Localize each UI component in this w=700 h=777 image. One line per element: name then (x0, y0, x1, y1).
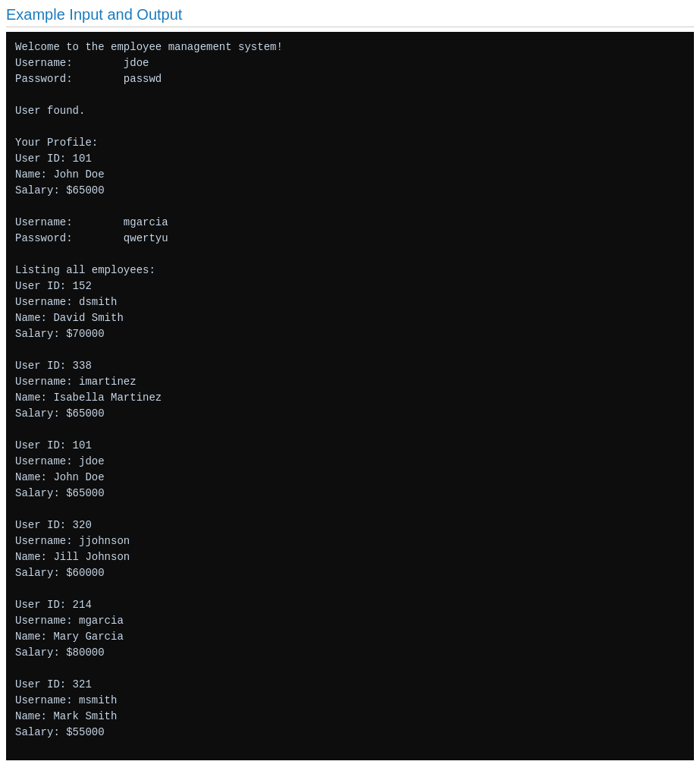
terminal-line: User ID: 214 (15, 597, 685, 613)
terminal-empty-line (15, 502, 685, 517)
terminal-empty-line (15, 422, 685, 438)
terminal-line: User ID: 101 (15, 151, 685, 167)
terminal-line: Name: John Doe (15, 470, 685, 486)
terminal-line: Salary: $55000 (15, 725, 685, 741)
terminal-line: Name: Mary Garcia (15, 629, 685, 645)
terminal-line: Salary: $70000 (15, 326, 685, 342)
terminal-line: Password: passwd (15, 71, 685, 87)
terminal-line: Salary: $65000 (15, 406, 685, 422)
terminal-line: Name: David Smith (15, 310, 685, 326)
terminal-line: Username: dsmith (15, 294, 685, 310)
terminal-line: Listing all employees: (15, 263, 685, 278)
terminal-empty-line (15, 661, 685, 677)
terminal-line: User found. (15, 103, 685, 119)
terminal-line: Name: Jill Johnson (15, 549, 685, 565)
terminal-empty-line (15, 581, 685, 597)
terminal-line: Username: imartinez (15, 374, 685, 390)
terminal-line: Username: jdoe (15, 454, 685, 470)
terminal-line: Salary: $80000 (15, 645, 685, 661)
terminal-line: User ID: 320 (15, 517, 685, 533)
terminal-line: Salary: $65000 (15, 486, 685, 502)
page-container: Example Input and Output Welcome to the … (0, 0, 700, 777)
terminal-empty-line (15, 87, 685, 103)
terminal-line: Name: Mark Smith (15, 709, 685, 725)
terminal-line: Username: mgarcia (15, 215, 685, 231)
terminal-line: Username: jdoe (15, 55, 685, 71)
terminal-empty-line (15, 119, 685, 135)
terminal-line: Username: jjohnson (15, 533, 685, 549)
terminal-line: Your Profile: (15, 135, 685, 151)
terminal-line: Name: John Doe (15, 167, 685, 183)
terminal-line: User ID: 101 (15, 438, 685, 454)
terminal-line: Name: Isabella Martinez (15, 390, 685, 406)
terminal-output: Welcome to the employee management syste… (6, 32, 694, 760)
terminal-line: User ID: 321 (15, 677, 685, 693)
terminal-line: Username: mgarcia (15, 613, 685, 629)
terminal-line: Salary: $60000 (15, 565, 685, 581)
terminal-empty-line (15, 342, 685, 358)
terminal-line: User ID: 152 (15, 278, 685, 294)
terminal-line: Password: qwertyu (15, 231, 685, 247)
terminal-line: Welcome to the employee management syste… (15, 39, 685, 55)
terminal-empty-line (15, 199, 685, 215)
terminal-line: Username: msmith (15, 693, 685, 709)
page-title: Example Input and Output (6, 6, 694, 27)
terminal-line: User ID: 338 (15, 358, 685, 374)
terminal-line: Salary: $65000 (15, 183, 685, 199)
terminal-empty-line (15, 247, 685, 263)
